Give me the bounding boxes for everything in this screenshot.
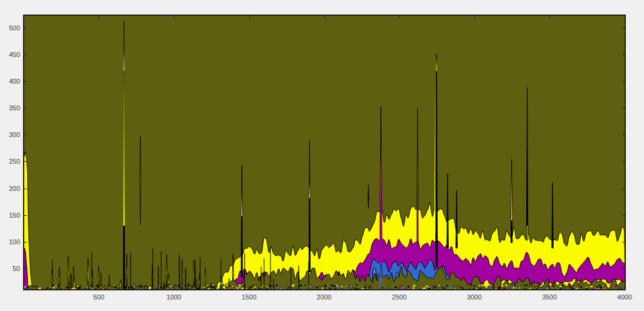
- x-axis-tick-label: 3000: [467, 293, 481, 301]
- x-axis-tick-label: 4000: [617, 293, 632, 301]
- y-axis-tick-label: 50: [2, 265, 20, 272]
- x-axis-tick-label: 1000: [167, 293, 181, 301]
- y-axis-tick-label: 450: [2, 51, 20, 58]
- y-axis-tick-label: 200: [2, 185, 20, 192]
- y-axis-tick-label: 500: [2, 24, 20, 32]
- y-axis-tick-label: 250: [2, 158, 20, 165]
- plot-area[interactable]: [23, 15, 626, 290]
- y-axis-tick-label: 300: [2, 131, 20, 138]
- x-axis-tick-label: 3500: [542, 293, 557, 301]
- y-axis-tick-label: 100: [2, 238, 20, 246]
- y-axis-tick-label: 350: [2, 104, 20, 112]
- x-axis-tick-label: 1500: [241, 293, 256, 301]
- y-axis-tick-label: 150: [2, 212, 20, 219]
- x-axis-tick-label: 2000: [317, 293, 331, 301]
- x-axis-tick-label: 500: [93, 293, 104, 301]
- contour-plot-canvas[interactable]: [24, 15, 625, 290]
- matlab-figure: 5001000150020002500300035004000501001502…: [0, 0, 644, 311]
- x-axis-tick-label: 2500: [392, 293, 406, 301]
- y-axis-tick-label: 400: [2, 78, 20, 85]
